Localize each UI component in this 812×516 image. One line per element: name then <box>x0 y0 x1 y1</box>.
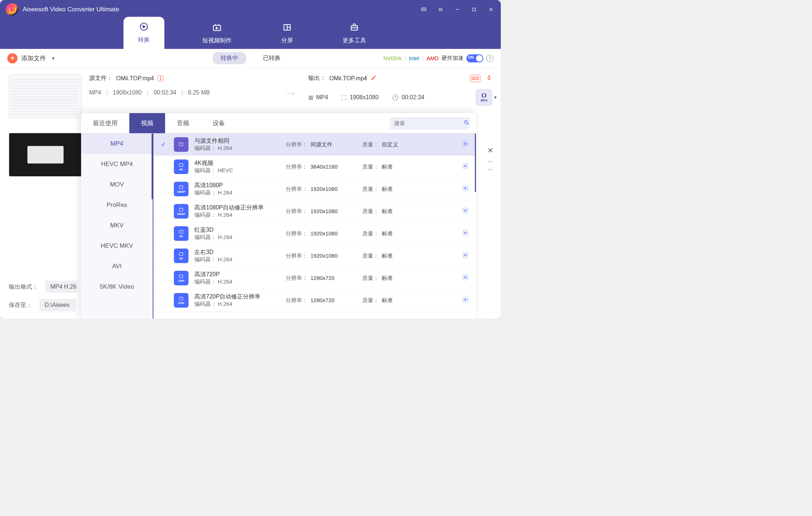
format-side-item[interactable]: ProRes <box>81 195 153 215</box>
save-to-label: 保存至： <box>9 301 32 309</box>
move-up-icon[interactable]: ︿ <box>488 158 493 164</box>
format-item[interactable]: 1080P高清1080P自动修正分辨率编码器： H.264分辨率：1920x10… <box>153 200 476 223</box>
svg-rect-29 <box>179 208 183 211</box>
fp-tab-device[interactable]: 设备 <box>201 113 237 133</box>
nav-label: 分屏 <box>281 37 293 45</box>
file-thumbnail[interactable] <box>9 74 82 118</box>
format-panel-tabs: 最近使用 视频 音频 设备 <box>81 113 476 134</box>
svg-rect-8 <box>473 8 476 11</box>
format-search-input[interactable] <box>394 120 464 126</box>
move-down-icon[interactable]: ﹀ <box>488 167 493 174</box>
svg-point-2 <box>423 9 424 9</box>
format-side-item[interactable]: MKV <box>81 215 153 236</box>
gear-icon[interactable] <box>462 163 469 171</box>
file-thumbnail[interactable] <box>9 133 82 177</box>
gear-icon[interactable] <box>462 230 469 238</box>
svg-rect-31 <box>179 230 183 233</box>
tab-converted[interactable]: 已转换 <box>255 52 289 64</box>
nav-tab-collage[interactable]: 分屏 <box>270 18 305 49</box>
output-format-value[interactable]: MP4 H.26 <box>45 281 82 293</box>
format-icon: ▦ <box>308 94 313 101</box>
format-badge-icon <box>174 137 188 152</box>
format-side-item[interactable]: AVI <box>81 256 153 277</box>
nav-tab-convert[interactable]: 转换 <box>123 17 164 49</box>
format-item[interactable]: 720P高清720P编码器： H.264分辨率：1280x720质量：标准 <box>153 267 476 289</box>
feedback-icon[interactable] <box>420 5 428 14</box>
format-side-item[interactable]: 5K/8K Video <box>81 277 153 297</box>
save-to-value[interactable]: D:\Aisees <box>39 299 76 311</box>
output-label: 输出： <box>308 74 326 82</box>
navbar: 转换 短视频制作 分屏 更多工具 <box>0 19 501 49</box>
side-controls: ✕ ︿ ﹀ <box>487 146 493 174</box>
svg-rect-33 <box>179 253 183 255</box>
mv-icon <box>212 23 222 35</box>
duration-icon: 🕐 <box>392 94 399 101</box>
metadata-icon[interactable]: ID3 <box>470 75 480 82</box>
format-item[interactable]: ✓与源文件相同编码器： H.264分辨率：同源文件质量：自定义 <box>153 134 476 156</box>
plus-icon: + <box>7 53 18 63</box>
svg-point-24 <box>465 143 466 145</box>
format-side-item[interactable]: MP4 <box>81 134 153 154</box>
nav-label: 转换 <box>138 36 150 44</box>
remove-icon[interactable]: ✕ <box>487 146 493 155</box>
maximize-button[interactable] <box>470 5 478 14</box>
source-details: MP4| 1908x1080| 00:02:34| 8.25 MB <box>89 89 273 96</box>
close-button[interactable] <box>487 5 495 14</box>
format-item[interactable]: 1080P高清1080P编码器： H.264分辨率：1920x1080质量：标准 <box>153 178 476 200</box>
output-format-label: 输出格式： <box>9 283 38 291</box>
format-item[interactable]: 3D左右3D编码器： H.264分辨率：1920x1080质量：标准 <box>153 245 476 267</box>
menu-icon[interactable] <box>437 5 445 14</box>
gear-icon[interactable] <box>462 185 469 193</box>
gear-icon[interactable] <box>462 207 469 216</box>
tab-converting[interactable]: 转换中 <box>213 52 246 64</box>
app-title: Aiseesoft Video Converter Ultimate <box>23 6 119 13</box>
add-file-button[interactable]: + 添加文件 ▼ <box>7 53 56 63</box>
gear-icon[interactable] <box>462 296 469 305</box>
fp-tab-audio[interactable]: 音频 <box>165 113 201 133</box>
add-file-label: 添加文件 <box>21 54 46 62</box>
compress-icon[interactable] <box>486 75 492 82</box>
format-panel: 最近使用 视频 音频 设备 MP4HEVC MP4MOVProResMKVHEV… <box>81 113 476 319</box>
format-side-item[interactable]: MOV <box>81 174 153 195</box>
format-selector-button[interactable]: MP4 ▼ <box>476 89 492 105</box>
titlebar: Aiseesoft Video Converter Ultimate <box>0 0 501 19</box>
fp-tab-video[interactable]: 视频 <box>129 113 165 133</box>
gear-icon[interactable] <box>462 274 469 282</box>
format-badge-icon: 1080P <box>174 182 188 196</box>
fp-tab-recent[interactable]: 最近使用 <box>81 113 129 133</box>
arrow-right-icon: → <box>284 85 297 101</box>
svg-point-21 <box>465 120 468 123</box>
hw-accel-toggle[interactable]: ON <box>466 54 483 62</box>
source-filename: OMii.TOP.mp4 <box>116 75 154 82</box>
help-icon[interactable]: ? <box>486 55 493 62</box>
svg-point-28 <box>465 187 466 189</box>
svg-rect-20 <box>485 94 486 97</box>
nav-tab-mv[interactable]: 短视频制作 <box>191 18 243 49</box>
format-item[interactable]: 4K4K视频编码器： HEVC分辨率：3840x2160质量：标准 <box>153 156 476 178</box>
format-side-item[interactable]: HEVC MKV <box>81 236 153 256</box>
resolution-icon: ⛶ <box>341 95 347 101</box>
gear-icon[interactable] <box>462 140 469 149</box>
toolbox-icon <box>350 23 359 35</box>
edit-icon[interactable] <box>371 75 377 82</box>
minimize-button[interactable] <box>453 5 461 14</box>
format-sidebar[interactable]: MP4HEVC MP4MOVProResMKVHEVC MKVAVI5K/8K … <box>81 134 153 319</box>
nav-tab-toolbox[interactable]: 更多工具 <box>331 18 378 49</box>
info-icon[interactable]: i <box>157 76 163 81</box>
format-search[interactable] <box>390 117 470 130</box>
search-icon[interactable] <box>464 120 469 127</box>
svg-line-22 <box>467 123 468 124</box>
hw-accel-label: 硬件加速 <box>442 55 464 62</box>
convert-icon <box>139 22 149 34</box>
hw-amd: AMD <box>427 55 439 61</box>
svg-rect-23 <box>179 143 183 146</box>
format-list[interactable]: ✓与源文件相同编码器： H.264分辨率：同源文件质量：自定义4K4K视频编码器… <box>153 134 476 319</box>
file-row: 源文件： OMii.TOP.mp4 i MP4| 1908x1080| 00:0… <box>9 74 492 118</box>
source-label: 源文件： <box>89 74 113 82</box>
format-item[interactable]: 3D红蓝3D编码器： H.264分辨率：1920x1080质量：标准 <box>153 223 476 245</box>
gear-icon[interactable] <box>462 252 469 260</box>
collage-icon <box>282 23 292 35</box>
format-item[interactable]: 720P高清720P自动修正分辨率编码器： H.264分辨率：1280x720质… <box>153 289 476 312</box>
format-side-item[interactable]: HEVC MP4 <box>81 154 153 174</box>
bottom-bar: 输出格式： MP4 H.26 保存至： D:\Aisees <box>9 281 82 311</box>
